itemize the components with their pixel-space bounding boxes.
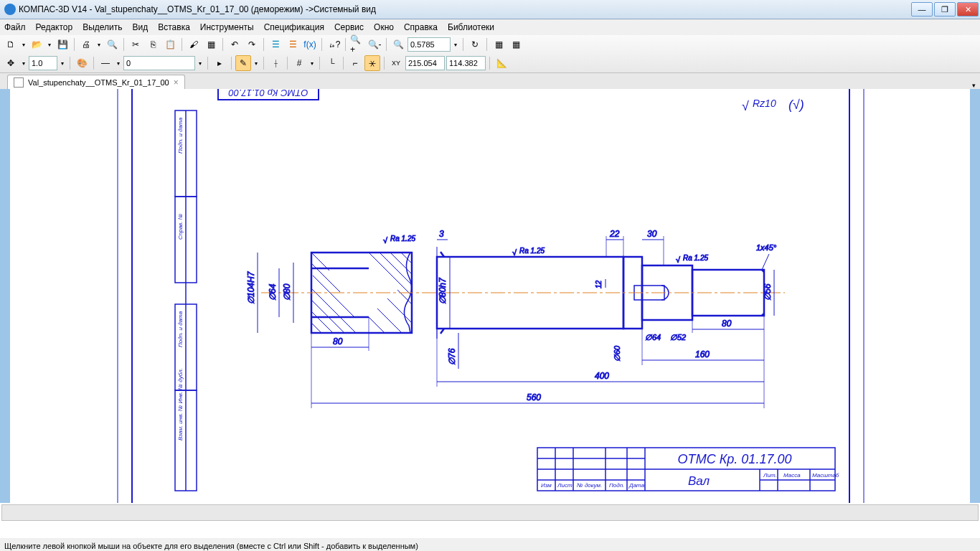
toolbar-1: 🗋▾ 📂▾ 💾 🖨▾ 🔍 ✂ ⎘ 📋 🖌 ▦ ↶ ↷ ☰ ☰ f(x) ⭟? 🔍… bbox=[0, 35, 980, 54]
svg-text:Подп. и дата: Подп. и дата bbox=[177, 311, 184, 347]
undo-icon[interactable]: ↶ bbox=[227, 37, 242, 52]
svg-text:№ докум.: № докум. bbox=[577, 482, 602, 489]
save-icon[interactable]: 💾 bbox=[55, 37, 70, 52]
fx-icon[interactable]: f(x) bbox=[302, 37, 318, 52]
menu-edit[interactable]: Редактор bbox=[36, 22, 73, 32]
new-icon[interactable]: 🗋 bbox=[3, 37, 19, 52]
zoom-window-icon[interactable]: 🔍 bbox=[390, 37, 406, 52]
svg-text:(√): (√) bbox=[788, 98, 804, 112]
svg-text:ОТМС Кр. 01.17.00: ОТМС Кр. 01.17.00 bbox=[678, 452, 792, 466]
dropdown-icon[interactable]: ▾ bbox=[59, 60, 66, 67]
properties-icon[interactable]: ▦ bbox=[203, 37, 219, 52]
dropdown-icon[interactable]: ▾ bbox=[20, 42, 27, 48]
x-coord-input[interactable] bbox=[405, 56, 445, 70]
dropdown-icon[interactable]: ▾ bbox=[46, 42, 53, 48]
dropdown-icon[interactable]: ▾ bbox=[115, 60, 122, 67]
zoom-out-icon[interactable]: 🔍- bbox=[367, 37, 382, 52]
svg-text:∅56: ∅56 bbox=[763, 283, 773, 301]
maximize-button[interactable]: ❐ bbox=[934, 2, 956, 17]
svg-text:Ra 1.25: Ra 1.25 bbox=[519, 247, 545, 255]
print-icon[interactable]: 🖨 bbox=[78, 37, 94, 52]
dropdown-icon[interactable]: ▾ bbox=[253, 60, 260, 67]
svg-text:Подп.: Подп. bbox=[609, 482, 624, 489]
svg-text:3: 3 bbox=[439, 229, 444, 239]
dropdown-icon[interactable]: ▾ bbox=[452, 42, 459, 48]
lineweight-input[interactable] bbox=[29, 56, 57, 70]
dropdown-icon[interactable]: ▾ bbox=[20, 60, 27, 67]
grid2-icon[interactable]: ▦ bbox=[508, 37, 524, 52]
menu-libs[interactable]: Библиотеки bbox=[448, 22, 494, 32]
dropdown-icon[interactable]: ▾ bbox=[197, 60, 204, 67]
menu-window[interactable]: Окно bbox=[374, 22, 394, 32]
snap-icon[interactable]: ⚹ bbox=[364, 55, 380, 71]
grid-icon[interactable]: # bbox=[291, 55, 307, 71]
zoom-in-icon[interactable]: 🔍+ bbox=[349, 37, 365, 52]
scrollbar-left[interactable] bbox=[0, 89, 10, 503]
svg-text:Изм: Изм bbox=[541, 482, 552, 489]
close-button[interactable]: ✕ bbox=[957, 2, 979, 17]
spec2-icon[interactable]: ☰ bbox=[285, 37, 301, 52]
menu-help[interactable]: Справка bbox=[404, 22, 438, 32]
zoom-input[interactable] bbox=[407, 37, 451, 52]
menu-select[interactable]: Выделить bbox=[83, 22, 122, 32]
svg-text:∅80h7: ∅80h7 bbox=[438, 277, 448, 304]
dim-vert-icon[interactable]: ⟊ bbox=[268, 55, 283, 71]
svg-text:560: 560 bbox=[527, 392, 541, 402]
help-cursor-icon[interactable]: ⭟? bbox=[326, 37, 341, 52]
svg-text:Rz10: Rz10 bbox=[753, 98, 776, 109]
message-panel bbox=[1, 504, 979, 521]
play-icon[interactable]: ▸ bbox=[212, 55, 227, 71]
svg-line-56 bbox=[762, 254, 769, 270]
status-bar: Щелкните левой кнопкой мыши на объекте д… bbox=[0, 538, 980, 551]
highlight-icon[interactable]: ✎ bbox=[235, 55, 251, 71]
svg-text:Взам. инв. № Инв. № дубл.: Взам. инв. № Инв. № дубл. bbox=[177, 368, 184, 441]
ortho-icon[interactable]: ⌐ bbox=[347, 55, 363, 71]
menu-file[interactable]: Файл bbox=[4, 22, 26, 32]
palette-icon[interactable]: 🎨 bbox=[74, 55, 90, 71]
style-input[interactable] bbox=[123, 56, 195, 70]
preview-icon[interactable]: 🔍 bbox=[104, 37, 120, 52]
tab-close-icon[interactable]: × bbox=[174, 77, 179, 88]
cursor-icon[interactable]: ✥ bbox=[3, 55, 19, 71]
linestyle-icon[interactable]: — bbox=[98, 55, 113, 71]
grid1-icon[interactable]: ▦ bbox=[491, 37, 507, 52]
redo-icon[interactable]: ↷ bbox=[244, 37, 260, 52]
menu-service[interactable]: Сервис bbox=[334, 22, 364, 32]
copy-icon[interactable]: ⎘ bbox=[145, 37, 161, 52]
minimize-button[interactable]: — bbox=[911, 2, 933, 17]
axis-icon[interactable]: └ bbox=[324, 55, 339, 71]
document-tabs: Val_stupenchaty__OTMS_Kr_01_17_00 × ▾ bbox=[0, 73, 980, 89]
tab-label: Val_stupenchaty__OTMS_Kr_01_17_00 bbox=[28, 78, 169, 87]
dropdown-icon[interactable]: ▾ bbox=[308, 60, 316, 67]
tabs-dropdown-icon[interactable]: ▾ bbox=[972, 82, 976, 89]
app-icon bbox=[4, 4, 16, 15]
scrollbar-right[interactable] bbox=[970, 89, 980, 503]
status-hint: Щелкните левой кнопкой мыши на объекте д… bbox=[4, 542, 418, 550]
xy-icon[interactable]: XY bbox=[388, 55, 404, 71]
spec-icon[interactable]: ☰ bbox=[268, 37, 283, 52]
refresh-icon[interactable]: ↻ bbox=[467, 37, 483, 52]
menu-insert[interactable]: Вставка bbox=[158, 22, 190, 32]
drawing-canvas[interactable]: ОТМС Кр 01.17.00 Подп. и дата Справ. № П… bbox=[10, 89, 970, 503]
toolbars: 🗋▾ 📂▾ 💾 🖨▾ 🔍 ✂ ⎘ 📋 🖌 ▦ ↶ ↷ ☰ ☰ f(x) ⭟? 🔍… bbox=[0, 35, 980, 73]
open-icon[interactable]: 📂 bbox=[29, 37, 44, 52]
brush-icon[interactable]: 🖌 bbox=[186, 37, 202, 52]
tab-document[interactable]: Val_stupenchaty__OTMS_Kr_01_17_00 × bbox=[7, 75, 185, 89]
svg-text:∅64: ∅64 bbox=[268, 283, 278, 301]
window-title: КОМПАС-3D V14 - Val_stupenchaty__OTMS_Kr… bbox=[19, 4, 910, 14]
svg-text:∅104H7: ∅104H7 bbox=[246, 270, 256, 304]
svg-text:Лист: Лист bbox=[557, 482, 573, 489]
menu-spec[interactable]: Спецификация bbox=[264, 22, 324, 32]
cut-icon[interactable]: ✂ bbox=[128, 37, 143, 52]
document-icon bbox=[14, 77, 24, 88]
y-coord-input[interactable] bbox=[446, 56, 486, 70]
menu-tools[interactable]: Инструменты bbox=[200, 22, 254, 32]
menu-view[interactable]: Вид bbox=[133, 22, 149, 32]
drawing-svg: ОТМС Кр 01.17.00 Подп. и дата Справ. № П… bbox=[10, 89, 970, 503]
paste-icon[interactable]: 📋 bbox=[162, 37, 178, 52]
window-titlebar: КОМПАС-3D V14 - Val_stupenchaty__OTMS_Kr… bbox=[0, 0, 980, 19]
toolbar-2: ✥▾ ▾ 🎨 —▾ ▾ ▸ ✎▾ ⟊ #▾ └ ⌐ ⚹ XY 📐 bbox=[0, 54, 980, 72]
svg-text:160: 160 bbox=[695, 349, 710, 359]
measure-icon[interactable]: 📐 bbox=[494, 55, 509, 71]
dropdown-icon[interactable]: ▾ bbox=[95, 42, 103, 48]
